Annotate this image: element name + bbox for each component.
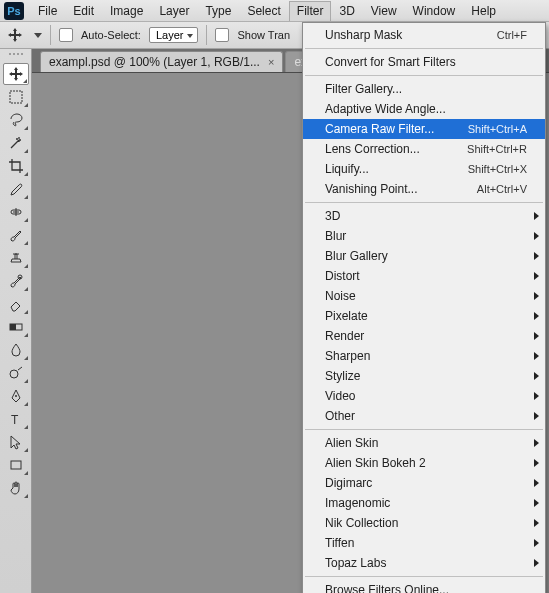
menu-item-label: Blur Gallery	[325, 249, 388, 263]
menu-item-video[interactable]: Video	[303, 386, 545, 406]
menu-item-label: Imagenomic	[325, 496, 390, 510]
menu-item-convert-for-smart-filters[interactable]: Convert for Smart Filters	[303, 52, 545, 72]
menu-filter[interactable]: Filter	[289, 1, 332, 21]
menu-item-label: Topaz Labs	[325, 556, 386, 570]
menu-item-blur-gallery[interactable]: Blur Gallery	[303, 246, 545, 266]
submenu-arrow-icon	[534, 439, 539, 447]
menu-item-shortcut: Ctrl+F	[497, 29, 527, 41]
history-brush-tool[interactable]	[3, 270, 29, 292]
move-tool-icon[interactable]	[6, 26, 24, 44]
menu-item-noise[interactable]: Noise	[303, 286, 545, 306]
gradient-tool[interactable]	[3, 316, 29, 338]
menu-item-label: Sharpen	[325, 349, 370, 363]
hand-tool[interactable]	[3, 477, 29, 499]
auto-select-checkbox[interactable]	[59, 28, 73, 42]
app-logo: Ps	[4, 2, 24, 20]
healing-brush-tool[interactable]	[3, 201, 29, 223]
menu-item-topaz-labs[interactable]: Topaz Labs	[303, 553, 545, 573]
pen-tool[interactable]	[3, 385, 29, 407]
menu-item-sharpen[interactable]: Sharpen	[303, 346, 545, 366]
menu-item-pixelate[interactable]: Pixelate	[303, 306, 545, 326]
menu-file[interactable]: File	[30, 1, 65, 21]
menu-item-liquify[interactable]: Liquify...Shift+Ctrl+X	[303, 159, 545, 179]
type-tool[interactable]: T	[3, 408, 29, 430]
menu-item-imagenomic[interactable]: Imagenomic	[303, 493, 545, 513]
dodge-tool[interactable]	[3, 362, 29, 384]
crop-tool[interactable]	[3, 155, 29, 177]
menu-item-label: 3D	[325, 209, 340, 223]
menu-view[interactable]: View	[363, 1, 405, 21]
menu-item-camera-raw-filter[interactable]: Camera Raw Filter...Shift+Ctrl+A	[303, 119, 545, 139]
clone-stamp-tool[interactable]	[3, 247, 29, 269]
submenu-arrow-icon	[534, 559, 539, 567]
menu-item-unsharp-mask[interactable]: Unsharp MaskCtrl+F	[303, 25, 545, 45]
menu-item-label: Liquify...	[325, 162, 369, 176]
menu-type[interactable]: Type	[197, 1, 239, 21]
menu-item-stylize[interactable]: Stylize	[303, 366, 545, 386]
menu-item-browse-filters-online[interactable]: Browse Filters Online...	[303, 580, 545, 593]
submenu-arrow-icon	[534, 412, 539, 420]
close-tab-icon[interactable]: ×	[268, 56, 274, 68]
svg-rect-0	[10, 91, 22, 103]
menu-item-nik-collection[interactable]: Nik Collection	[303, 513, 545, 533]
menu-layer[interactable]: Layer	[151, 1, 197, 21]
menu-item-blur[interactable]: Blur	[303, 226, 545, 246]
menu-separator	[305, 429, 543, 430]
menu-separator	[305, 48, 543, 49]
menu-image[interactable]: Image	[102, 1, 151, 21]
submenu-arrow-icon	[534, 292, 539, 300]
submenu-arrow-icon	[534, 312, 539, 320]
menu-item-adaptive-wide-angle[interactable]: Adaptive Wide Angle...	[303, 99, 545, 119]
eraser-tool[interactable]	[3, 293, 29, 315]
marquee-tool[interactable]	[3, 86, 29, 108]
show-transform-label: Show Tran	[237, 29, 290, 41]
menu-item-other[interactable]: Other	[303, 406, 545, 426]
menu-item-label: Vanishing Point...	[325, 182, 418, 196]
menu-item-label: Adaptive Wide Angle...	[325, 102, 446, 116]
submenu-arrow-icon	[534, 519, 539, 527]
svg-text:T: T	[11, 413, 19, 427]
menu-item-label: Filter Gallery...	[325, 82, 402, 96]
menu-window[interactable]: Window	[405, 1, 464, 21]
menu-separator	[305, 202, 543, 203]
tool-preset-dropdown-icon[interactable]	[34, 33, 42, 38]
document-tab-active[interactable]: exampl.psd @ 100% (Layer 1, RGB/1... ×	[40, 51, 283, 72]
submenu-arrow-icon	[534, 232, 539, 240]
show-transform-checkbox[interactable]	[215, 28, 229, 42]
blur-tool[interactable]	[3, 339, 29, 361]
path-selection-tool[interactable]	[3, 431, 29, 453]
menu-3d[interactable]: 3D	[331, 1, 362, 21]
menu-item-distort[interactable]: Distort	[303, 266, 545, 286]
menu-help[interactable]: Help	[463, 1, 504, 21]
menu-separator	[305, 576, 543, 577]
menu-item-vanishing-point[interactable]: Vanishing Point...Alt+Ctrl+V	[303, 179, 545, 199]
menu-item-filter-gallery[interactable]: Filter Gallery...	[303, 79, 545, 99]
auto-select-target-dropdown[interactable]: Layer	[149, 27, 199, 43]
svg-rect-8	[11, 461, 21, 469]
menu-item-3d[interactable]: 3D	[303, 206, 545, 226]
menu-item-alien-skin-bokeh-2[interactable]: Alien Skin Bokeh 2	[303, 453, 545, 473]
menu-item-label: Render	[325, 329, 364, 343]
menu-item-label: Alien Skin	[325, 436, 378, 450]
divider	[50, 25, 51, 45]
lasso-tool[interactable]	[3, 109, 29, 131]
menu-select[interactable]: Select	[239, 1, 288, 21]
menu-item-render[interactable]: Render	[303, 326, 545, 346]
brush-tool[interactable]	[3, 224, 29, 246]
menu-item-label: Other	[325, 409, 355, 423]
rectangle-tool[interactable]	[3, 454, 29, 476]
menu-edit[interactable]: Edit	[65, 1, 102, 21]
menu-item-label: Stylize	[325, 369, 360, 383]
menu-item-label: Digimarc	[325, 476, 372, 490]
panel-grip[interactable]	[4, 53, 28, 59]
magic-wand-tool[interactable]	[3, 132, 29, 154]
menu-item-lens-correction[interactable]: Lens Correction...Shift+Ctrl+R	[303, 139, 545, 159]
menu-item-shortcut: Shift+Ctrl+X	[468, 163, 527, 175]
menu-item-digimarc[interactable]: Digimarc	[303, 473, 545, 493]
move-tool[interactable]	[3, 63, 29, 85]
menu-item-tiffen[interactable]: Tiffen	[303, 533, 545, 553]
eyedropper-tool[interactable]	[3, 178, 29, 200]
menu-item-alien-skin[interactable]: Alien Skin	[303, 433, 545, 453]
submenu-arrow-icon	[534, 479, 539, 487]
menu-item-label: Lens Correction...	[325, 142, 420, 156]
